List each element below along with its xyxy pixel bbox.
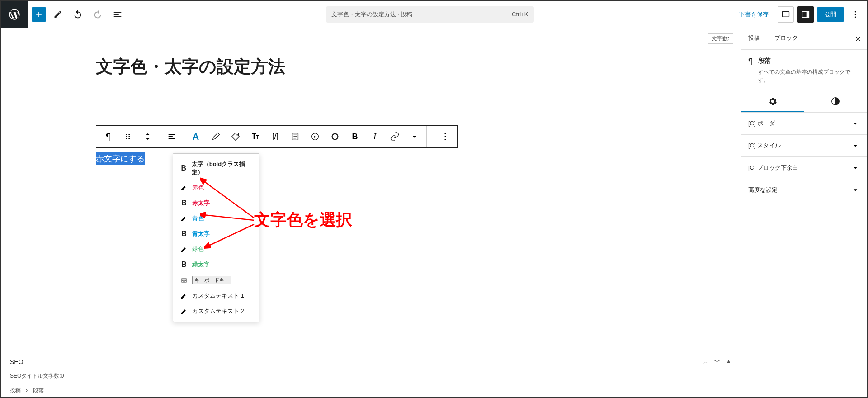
bold-icon: B [179,199,189,207]
bold-icon: B [179,164,188,172]
drag-handle[interactable] [118,127,138,147]
top-toolbar: 文字色・太字の設定方法 · 投稿 Ctrl+K 下書き保存 公開 [1,1,867,28]
add-block-button[interactable] [32,7,46,22]
pen-icon [179,184,189,191]
sidebar-subtab-styles[interactable] [804,91,868,112]
publish-button[interactable]: 公開 [817,7,844,22]
document-overview-button[interactable] [109,6,126,23]
dd-custom-2[interactable]: カスタムテキスト 2 [173,303,259,319]
search-title: 文字色・太字の設定方法 · 投稿 [331,10,413,19]
dd-red[interactable]: 赤色 [173,180,259,195]
dd-green[interactable]: 緑色 [173,242,259,257]
text-color-button[interactable]: A [186,127,206,147]
sidebar-subtab-settings[interactable] [741,91,804,112]
block-name: 段落 [758,57,860,65]
dd-blue[interactable]: 青色 [173,211,259,226]
breadcrumb-block[interactable]: 段落 [33,387,44,393]
font-size-button[interactable]: TT [245,127,265,147]
move-updown-button[interactable] [138,127,158,147]
svg-point-7 [128,134,130,135]
svg-point-9 [128,136,130,137]
seo-panel: SEO ︿ ﹀ ▲ SEOタイトル文字数:0 投稿 › 段落 [1,353,741,397]
dd-custom-1[interactable]: カスタムテキスト 1 [173,288,259,303]
undo-button[interactable] [70,6,86,23]
link-button[interactable] [385,127,405,147]
chevron-down-icon [851,141,860,150]
save-draft-button[interactable]: 下書き保存 [734,7,774,22]
bold-button[interactable]: B [345,127,365,147]
shortcode-button[interactable]: [/] [265,127,285,147]
settings-sidebar-button[interactable] [797,6,814,23]
edit-mode-button[interactable] [50,6,66,23]
svg-rect-2 [807,11,809,17]
editor-canvas: 文字数: 文字色・太字の設定方法 ¶ A [1,28,741,397]
block-options-button[interactable] [435,127,455,147]
breadcrumb-post[interactable]: 投稿 [10,387,21,393]
svg-point-8 [126,136,127,137]
paragraph-icon: ¶ [748,57,753,84]
highlight-button[interactable] [206,127,226,147]
pen-icon [179,215,189,222]
svg-point-11 [128,138,130,139]
close-sidebar-button[interactable] [853,33,863,44]
search-shortcut: Ctrl+K [512,11,528,18]
svg-point-6 [126,134,127,135]
block-toolbar: ¶ A TT [/] S [96,125,458,148]
settings-sidebar: 投稿 ブロック ¶ 段落 すべての文章の基本の構成ブロックです。 [741,28,867,397]
wordpress-logo[interactable] [1,1,28,28]
sidebar-tab-post[interactable]: 投稿 [741,28,767,49]
panel-border[interactable]: [C] ボーダー [741,113,867,134]
svg-point-19 [445,139,446,140]
seo-down-icon[interactable]: ﹀ [714,358,720,366]
memo-button[interactable] [285,127,305,147]
keyboard-icon [179,277,189,284]
char-count-badge: 文字数: [708,33,733,44]
align-button[interactable] [162,127,182,147]
dd-bold-class[interactable]: B太字（boldクラス指定） [173,156,259,180]
svg-point-18 [445,136,446,137]
block-type-button[interactable]: ¶ [98,127,118,147]
italic-button[interactable]: I [365,127,385,147]
redo-button[interactable] [90,6,106,23]
bold-icon: B [179,230,189,238]
dd-blue-bold[interactable]: B青太字 [173,226,259,242]
chevron-down-icon [851,119,860,128]
svg-point-16 [332,134,338,140]
svg-point-17 [445,133,446,134]
text-color-dropdown: B太字（boldクラス指定） 赤色 B赤太字 青色 B青太字 緑色 B緑太字 キ… [173,153,259,322]
seo-collapse-icon[interactable]: ▲ [726,358,731,366]
command-search[interactable]: 文字色・太字の設定方法 · 投稿 Ctrl+K [326,6,534,23]
block-description: すべての文章の基本の構成ブロックです。 [758,68,860,84]
dd-red-bold[interactable]: B赤太字 [173,195,259,211]
chevron-down-icon [851,185,860,194]
circle-s-button[interactable]: S [305,127,325,147]
pen-icon [179,292,189,299]
more-options-button[interactable] [847,6,863,23]
panel-style[interactable]: [C] スタイル [741,135,867,156]
tag-button[interactable] [226,127,245,147]
sidebar-tab-block[interactable]: ブロック [767,28,805,49]
chevron-down-icon [851,163,860,172]
post-title[interactable]: 文字色・太字の設定方法 [96,55,741,78]
more-formats-button[interactable] [405,127,425,147]
svg-point-4 [855,14,856,15]
dd-green-bold[interactable]: B緑太字 [173,257,259,272]
pen-icon [179,308,189,315]
dd-keyboard-key[interactable]: キーボードキー [173,272,259,288]
block-info: ¶ 段落 すべての文章の基本の構成ブロックです。 [741,50,867,91]
panel-advanced[interactable]: 高度な設定 [741,179,867,201]
annotation-label: 文字色を選択 [254,209,352,231]
circle-button[interactable] [325,127,345,147]
seo-title: SEO [10,358,24,365]
svg-text:S: S [314,135,316,139]
panel-margin[interactable]: [C] ブロック下余白 [741,157,867,179]
bold-icon: B [179,261,189,269]
pen-icon [179,246,189,253]
svg-rect-0 [783,11,789,17]
svg-point-10 [126,138,127,139]
seo-up-icon[interactable]: ︿ [703,358,709,366]
svg-point-5 [855,16,856,18]
preview-button[interactable] [778,6,794,23]
svg-point-12 [236,134,238,136]
selected-paragraph-text[interactable]: 赤文字にする [96,152,145,165]
